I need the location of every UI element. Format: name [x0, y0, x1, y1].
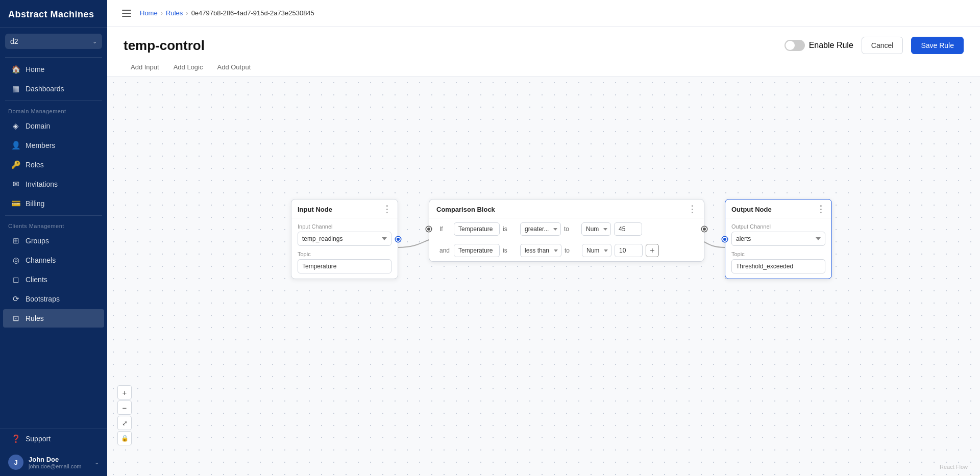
toggle-track[interactable] [785, 40, 805, 51]
output-node-menu-button[interactable]: ⋮ [816, 205, 825, 214]
enable-rule-label: Enable Rule [809, 41, 853, 50]
topic-label: Topic [298, 251, 391, 257]
react-flow-label: React Flow [940, 464, 968, 470]
sidebar-item-roles[interactable]: 🔑 Roles [3, 156, 104, 174]
comparison-block: Comparison Block ⋮ If Temperature is gre… [429, 199, 704, 262]
save-rule-button[interactable]: Save Rule [911, 37, 964, 54]
user-chevron-icon: ⌄ [94, 459, 99, 466]
output-topic-label: Topic [731, 251, 825, 257]
clients-icon: ◻ [11, 275, 20, 284]
output-topic-value: Threshold_exceeded [731, 259, 825, 273]
zoom-lock-button[interactable]: 🔒 [117, 431, 132, 445]
sidebar-item-bootstraps[interactable]: ⟳ Bootstraps [3, 290, 104, 308]
input-channel-select[interactable]: temp_readings [298, 232, 391, 246]
svg-rect-0 [122, 10, 131, 11]
sidebar-item-rules[interactable]: ⊡ Rules [3, 309, 104, 328]
sidebar-item-support[interactable]: ❓ Support [3, 430, 104, 448]
zoom-controls: + − ⤢ 🔒 [117, 385, 132, 445]
add-condition-button[interactable]: + [646, 244, 659, 257]
sidebar-item-dashboards[interactable]: ▦ Dashboards [3, 80, 104, 98]
sidebar-item-domain-label: Domain [26, 122, 50, 130]
input-node-menu-button[interactable]: ⋮ [382, 205, 391, 214]
sidebar-item-bootstraps-label: Bootstraps [26, 295, 60, 303]
row1-field: Temperature [454, 222, 500, 236]
rules-icon: ⊡ [11, 314, 20, 323]
sidebar-divider-top [5, 57, 102, 58]
groups-icon: ⊞ [11, 236, 20, 245]
sidebar: Abstract Machines d2 ⌄ 🏠 Home ▦ Dashboar… [0, 0, 107, 476]
comp-connector-right-1 [702, 227, 707, 232]
sidebar-item-dashboards-label: Dashboards [26, 85, 64, 93]
dashboards-icon: ▦ [11, 84, 20, 93]
user-name: John Doe [29, 456, 89, 463]
toggle-thumb [786, 41, 795, 50]
tab-add-input[interactable]: Add Input [124, 59, 166, 76]
home-icon: 🏠 [11, 65, 20, 74]
output-topic-section: Topic Threshold_exceeded [731, 251, 825, 273]
row2-operator-select[interactable]: less than [520, 244, 561, 257]
sidebar-item-billing[interactable]: 💳 Billing [3, 194, 104, 213]
cancel-button[interactable]: Cancel [862, 37, 903, 54]
sidebar-item-home-label: Home [26, 65, 44, 73]
sub-tabs: Add Input Add Logic Add Output [107, 59, 980, 77]
sidebar-item-members-label: Members [26, 141, 55, 149]
zoom-out-button[interactable]: − [117, 400, 132, 415]
row1-type-select[interactable]: Num [581, 222, 611, 236]
tab-add-output[interactable]: Add Output [210, 59, 258, 76]
breadcrumb-current: 0e4797b8-2ff6-4ad7-915d-2a73e2530845 [191, 9, 314, 17]
row2-value-input[interactable] [615, 244, 643, 257]
sidebar-item-channels-label: Channels [26, 256, 56, 264]
row1-value-input[interactable] [614, 222, 642, 236]
row1-to: to [564, 226, 578, 233]
workspace-name: d2 [10, 37, 18, 45]
output-node-connector-left [722, 237, 727, 242]
output-node-title: Output Node [731, 206, 772, 213]
output-channel-select[interactable]: alerts [731, 232, 825, 246]
row1-is: is [503, 226, 517, 233]
page-title: temp-control [124, 38, 776, 54]
sidebar-item-members[interactable]: 👤 Members [3, 136, 104, 155]
sidebar-item-domain[interactable]: ◈ Domain [3, 117, 104, 135]
row1-operator-select[interactable]: greater... [520, 222, 561, 236]
domain-section-label: Domain Management [0, 103, 107, 116]
output-channel-label: Output Channel [731, 223, 825, 230]
bootstraps-icon: ⟳ [11, 294, 20, 304]
row2-prefix: and [436, 247, 451, 254]
zoom-in-button[interactable]: + [117, 385, 132, 399]
comp-connector-left-1 [426, 227, 431, 232]
enable-rule-toggle[interactable]: Enable Rule [785, 40, 853, 51]
sidebar-item-clients-label: Clients [26, 275, 47, 284]
sidebar-toggle-button[interactable] [119, 6, 134, 20]
tab-add-logic[interactable]: Add Logic [166, 59, 210, 76]
row1-prefix: If [436, 226, 451, 233]
input-node-header: Input Node ⋮ [291, 199, 398, 218]
workspace-chevron-icon: ⌄ [92, 38, 97, 45]
sidebar-divider-domain [5, 101, 102, 101]
zoom-fit-button[interactable]: ⤢ [117, 416, 132, 430]
connector-lines [107, 77, 980, 476]
breadcrumb-sep-2: › [186, 9, 188, 17]
row2-type-select[interactable]: Num [582, 244, 611, 257]
sidebar-item-clients[interactable]: ◻ Clients [3, 270, 104, 289]
app-logo: Abstract Machines [0, 0, 107, 28]
comparison-block-title: Comparison Block [436, 206, 495, 213]
sidebar-item-invitations-label: Invitations [26, 180, 58, 188]
sidebar-item-support-label: Support [26, 435, 51, 443]
sidebar-divider-clients [5, 215, 102, 216]
user-info: John Doe john.doe@email.com [29, 456, 89, 469]
support-icon: ❓ [11, 434, 20, 443]
comparison-block-menu-button[interactable]: ⋮ [688, 205, 697, 214]
sidebar-item-groups[interactable]: ⊞ Groups [3, 232, 104, 250]
row2-field: Temperature [454, 244, 500, 257]
clients-section-label: Clients Management [0, 218, 107, 231]
sidebar-item-rules-label: Rules [26, 314, 44, 322]
sidebar-item-channels[interactable]: ◎ Channels [3, 251, 104, 269]
input-channel-label: Input Channel [298, 223, 391, 230]
user-row[interactable]: J John Doe john.doe@email.com ⌄ [0, 448, 107, 476]
workspace-selector[interactable]: d2 ⌄ [5, 34, 102, 49]
sidebar-item-home[interactable]: 🏠 Home [3, 60, 104, 79]
sidebar-item-invitations[interactable]: ✉ Invitations [3, 175, 104, 193]
breadcrumb-home[interactable]: Home [140, 9, 158, 17]
breadcrumb-rules[interactable]: Rules [166, 9, 183, 17]
user-email: john.doe@email.com [29, 463, 89, 469]
